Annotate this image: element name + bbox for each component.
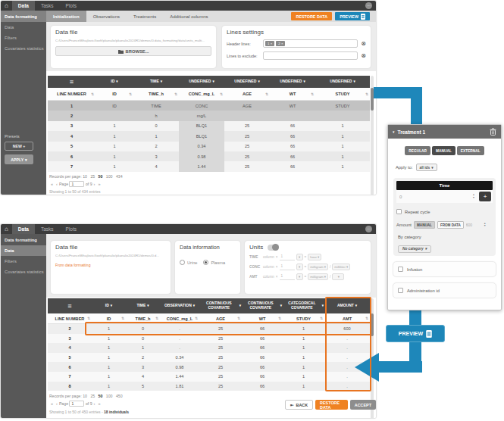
sort-icon[interactable]: ⇅ <box>174 92 177 96</box>
restore-data-button[interactable]: RESTORE DATA <box>315 400 348 410</box>
header-lines-input[interactable]: 1 × 2 × <box>263 39 358 48</box>
table-row[interactable]: 5120.3425661. <box>48 353 370 363</box>
type-select-undefined[interactable]: UNDEFINED▾ <box>179 76 224 88</box>
type-select-undefined[interactable]: UNDEFINED▾ <box>224 76 270 88</box>
administration-id-checkbox[interactable] <box>398 288 403 293</box>
sidebar-item-data-formatting[interactable]: Data formatting <box>1 234 46 245</box>
sort-icon[interactable]: ⇅ <box>121 317 124 320</box>
conc-factor-input[interactable]: 1 <box>280 264 295 270</box>
type-select-time[interactable]: TIME▾ <box>126 298 160 313</box>
type-select-id[interactable]: ID▾ <box>92 298 126 313</box>
sort-icon[interactable]: ⇅ <box>155 317 158 320</box>
table-row[interactable]: 411BLQ125661 <box>48 131 370 141</box>
page-size-option[interactable]: 10 <box>83 174 87 179</box>
table-row[interactable]: 310.25661. <box>48 334 370 344</box>
table-row[interactable]: 210.25661600 <box>48 324 370 334</box>
table-row[interactable]: 6130.9825661. <box>48 362 370 372</box>
column-header-age[interactable]: AGE⇅ <box>199 313 242 323</box>
conc-factor-select[interactable]: ▾ <box>296 264 303 270</box>
comment-icon[interactable]: … <box>365 2 372 9</box>
step-down-icon[interactable]: ▾ <box>473 197 474 199</box>
amount-manual-button[interactable]: MANUAL <box>414 221 435 229</box>
scrollbar-thumb[interactable] <box>371 313 374 336</box>
time-factor-input[interactable]: 1 <box>280 254 295 260</box>
table-row[interactable]: 411.25661. <box>48 343 370 353</box>
page-size-option[interactable]: 25 <box>90 394 95 398</box>
sidebar-item-data[interactable]: Data <box>1 245 46 256</box>
restore-data-button[interactable]: RESTORE DATA <box>291 12 332 20</box>
time-factor-select[interactable]: ▾ <box>296 254 303 260</box>
sidebar-item-filters[interactable]: Filters <box>1 33 46 43</box>
sort-icon[interactable]: ⇅ <box>91 92 94 96</box>
page-size-option[interactable]: 25 <box>90 174 95 179</box>
treatment-panel-header[interactable]: ▾ Treatment 1 <box>388 125 501 139</box>
type-select-categorical-covariate[interactable]: CATEGORICAL COVARIATE▾ <box>283 298 324 313</box>
column-header-id[interactable]: ID⇅ <box>92 313 126 323</box>
top-tab-data[interactable]: Data <box>12 224 35 234</box>
plasma-radio[interactable] <box>203 260 208 265</box>
stepper-icon[interactable]: ▴▾ <box>473 194 474 199</box>
preview-overlay-button[interactable]: PREVIEW <box>386 325 445 342</box>
page-size-option-selected[interactable]: 50 <box>99 174 103 179</box>
apply-to-select[interactable]: all ids▾ <box>416 164 437 171</box>
sort-icon[interactable]: ⇅ <box>195 317 198 320</box>
sidebar-item-covariates-statistics[interactable]: Covariates statistics <box>1 43 46 54</box>
type-select-observation[interactable]: OBSERVATION▾ <box>160 298 199 313</box>
sort-icon[interactable]: ⇅ <box>237 317 240 320</box>
no-category-select[interactable]: No category▾ <box>398 245 431 253</box>
regular-mode-button[interactable]: REGULAR <box>405 146 430 155</box>
conc-unit-select[interactable]: milligram▾ <box>308 264 328 270</box>
top-tab-tasks[interactable]: Tasks <box>35 1 60 11</box>
type-select-undefined[interactable]: UNDEFINED▾ <box>315 76 370 88</box>
type-select-continuous-covariate[interactable]: CONTINUOUS COVARIATE▾ <box>199 298 242 313</box>
column-header-amt[interactable]: AMT⇅ <box>324 313 370 323</box>
page-size-option[interactable]: 100 <box>106 174 113 179</box>
sort-icon[interactable]: ⇅ <box>278 317 281 320</box>
column-header-conc[interactable]: CONC_mg_L⇅ <box>160 313 199 323</box>
column-header-line-number[interactable]: LINE NUMBER⇅ <box>48 313 92 323</box>
last-page-icon[interactable]: » <box>98 182 100 186</box>
type-select-time[interactable]: TIME▾ <box>133 76 179 88</box>
home-icon[interactable]: ⌂ <box>1 224 12 234</box>
sort-icon[interactable]: ⇅ <box>87 317 90 320</box>
amt-per-unit-select[interactable]: ▾ <box>332 273 344 280</box>
column-header-conc[interactable]: CONC_mg_L⇅ <box>179 88 224 100</box>
column-header-study[interactable]: STUDY⇅ <box>315 88 370 100</box>
table-row[interactable]: 7141.4425661. <box>48 372 370 382</box>
column-header-age[interactable]: AGE⇅ <box>224 88 270 100</box>
top-tab-plots[interactable]: Plots <box>60 224 83 234</box>
page-size-option[interactable]: 450 <box>116 394 123 398</box>
sort-icon[interactable]: ⇅ <box>365 317 368 320</box>
tab-additional-columns[interactable]: Additional columns <box>163 11 214 22</box>
clear-icon[interactable]: ⊗ <box>361 53 366 59</box>
next-page-icon[interactable]: › <box>94 182 95 186</box>
sort-icon[interactable]: ⇅ <box>265 92 268 96</box>
column-header-time[interactable]: TIME_h⇅ <box>126 313 160 323</box>
table-row[interactable]: 7141.4425661 <box>48 161 370 171</box>
conc-per-unit-select[interactable]: milliliter▾ <box>332 264 350 270</box>
table-menu-cell[interactable]: ≡ <box>48 76 95 88</box>
page-size-option[interactable]: 434 <box>116 174 123 179</box>
header-line-tag[interactable]: 1 × <box>265 41 274 46</box>
type-select-amount[interactable]: AMOUNT▾ <box>324 298 370 313</box>
external-mode-button[interactable]: EXTERNAL <box>457 146 484 155</box>
browse-button[interactable]: BROWSE... <box>55 46 211 56</box>
amt-unit-select[interactable]: milligram▾ <box>308 273 328 280</box>
top-tab-data[interactable]: Data <box>12 1 35 11</box>
urine-radio[interactable] <box>180 260 185 265</box>
manual-mode-button[interactable]: MANUAL <box>432 146 455 155</box>
stepper-icon[interactable]: ▴▾ <box>484 223 486 228</box>
table-menu-cell[interactable]: ≡ <box>48 298 92 313</box>
table-row[interactable]: 6130.9825661 <box>48 151 370 161</box>
units-toggle[interactable] <box>268 245 279 251</box>
sort-icon[interactable]: ⇅ <box>320 317 323 320</box>
sort-icon[interactable]: ⇅ <box>311 92 314 96</box>
sort-icon[interactable]: ⇅ <box>365 92 368 96</box>
lines-exclude-input[interactable] <box>263 51 358 60</box>
page-number-input[interactable] <box>69 401 84 407</box>
amt-factor-input[interactable]: 1 <box>280 274 295 280</box>
trash-icon[interactable] <box>490 128 496 136</box>
column-header-wt[interactable]: WT⇅ <box>270 88 315 100</box>
step-down-icon[interactable]: ▾ <box>484 225 486 227</box>
top-tab-plots[interactable]: Plots <box>60 1 83 11</box>
